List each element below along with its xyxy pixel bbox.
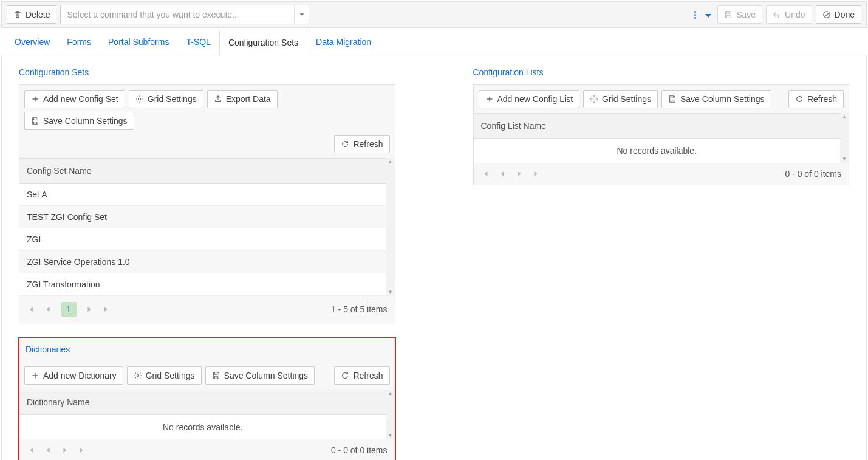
pager-first-icon[interactable] — [481, 170, 490, 178]
config-sets-pager: 1 1 - 5 of 5 items — [19, 296, 395, 323]
pager-page[interactable]: 1 — [61, 302, 77, 317]
pager-next-icon[interactable] — [61, 446, 69, 455]
tab-overview[interactable]: Overview — [6, 30, 58, 55]
tab-data-migration[interactable]: Data Migration — [307, 30, 380, 55]
right-column: Configuration Lists Add new Config List … — [459, 55, 864, 460]
pager-prev-icon[interactable] — [44, 446, 52, 455]
column-header[interactable]: Dictionary Name — [19, 390, 386, 414]
refresh-button[interactable]: Refresh — [334, 135, 389, 153]
pager-first-icon[interactable] — [27, 446, 35, 455]
scrollbar[interactable]: ▲▼ — [386, 390, 395, 439]
tab-tsql[interactable]: T-SQL — [177, 30, 219, 55]
grid-settings-button[interactable]: Grid Settings — [583, 90, 658, 108]
dictionaries-grid-header: Dictionary Name — [19, 390, 386, 415]
refresh-button[interactable]: Refresh — [788, 90, 844, 108]
add-dictionary-button[interactable]: Add new Dictionary — [24, 366, 123, 385]
save-icon — [212, 371, 220, 380]
dictionaries-title: Dictionaries — [19, 345, 395, 354]
tab-portal-subforms[interactable]: Portal Subforms — [100, 30, 177, 55]
dictionaries-panel: Dictionaries Add new Dictionary Grid Set… — [19, 338, 395, 460]
svg-point-2 — [137, 374, 139, 377]
config-sets-toolbar: Add new Config Set Grid Settings Export … — [19, 85, 395, 135]
left-column: Configuration Sets Add new Config Set Gr… — [4, 55, 410, 460]
config-lists-panel: Add new Config List Grid Settings Save C… — [473, 84, 850, 185]
save-column-settings-button[interactable]: Save Column Settings — [24, 112, 134, 130]
config-lists-pager: 0 - 0 of 0 items — [474, 163, 849, 185]
table-row[interactable]: Set A — [19, 184, 386, 206]
trash-icon — [13, 10, 22, 19]
delete-label: Delete — [26, 10, 50, 19]
config-sets-toolbar-2: Refresh — [19, 135, 395, 158]
gear-icon — [135, 95, 144, 103]
svg-point-0 — [823, 12, 830, 18]
content-area: Configuration Sets Add new Config Set Gr… — [1, 55, 867, 460]
svg-point-1 — [138, 98, 141, 100]
refresh-button[interactable]: Refresh — [334, 366, 389, 385]
pager-prev-icon[interactable] — [498, 170, 507, 178]
command-combo[interactable] — [60, 5, 309, 24]
save-icon — [668, 95, 677, 103]
check-circle-icon — [822, 10, 831, 19]
column-header[interactable]: Config List Name — [474, 114, 841, 138]
export-data-button[interactable]: Export Data — [207, 90, 278, 108]
save-column-settings-button[interactable]: Save Column Settings — [661, 90, 771, 108]
refresh-icon — [341, 140, 349, 148]
undo-label: Undo — [785, 10, 805, 19]
save-icon — [724, 10, 733, 19]
gear-icon — [590, 95, 598, 103]
more-menu-icon[interactable] — [691, 10, 699, 19]
gear-icon — [134, 371, 142, 380]
config-lists-toolbar: Add new Config List Grid Settings Save C… — [474, 85, 849, 113]
delete-button[interactable]: Delete — [7, 5, 56, 24]
column-header[interactable]: Config Set Name — [19, 159, 386, 183]
save-icon — [31, 117, 39, 125]
config-lists-grid-header: Config List Name — [474, 113, 841, 139]
scrollbar[interactable]: ▲▼ — [840, 113, 849, 163]
pager-prev-icon[interactable] — [44, 305, 52, 314]
pager-last-icon[interactable] — [78, 446, 86, 455]
done-button[interactable]: Done — [816, 5, 861, 24]
grid-settings-button[interactable]: Grid Settings — [129, 90, 203, 108]
table-row[interactable]: ZGI Service Operations 1.0 — [19, 251, 386, 273]
pager-info: 1 - 5 of 5 items — [331, 304, 388, 314]
config-sets-panel: Add new Config Set Grid Settings Export … — [19, 84, 395, 323]
refresh-icon — [341, 371, 349, 380]
pager-first-icon[interactable] — [27, 305, 35, 314]
dictionaries-empty: No records available. — [19, 415, 386, 439]
table-row[interactable]: ZGI Transformation — [19, 273, 386, 296]
scrollbar[interactable]: ▲▼ — [386, 158, 395, 296]
dictionaries-pager: 0 - 0 of 0 items — [19, 439, 395, 460]
save-button[interactable]: Save — [717, 5, 762, 24]
grid-settings-button[interactable]: Grid Settings — [127, 366, 202, 385]
config-lists-title: Configuration Lists — [473, 67, 850, 77]
dictionaries-toolbar: Add new Dictionary Grid Settings Save Co… — [19, 362, 395, 390]
pager-last-icon[interactable] — [532, 170, 541, 178]
caret-down-icon[interactable] — [294, 5, 309, 24]
dropdown-icon[interactable] — [703, 10, 714, 19]
command-input[interactable] — [61, 6, 294, 23]
config-sets-title: Configuration Sets — [19, 67, 395, 77]
tab-strip: Overview Forms Portal Subforms T-SQL Con… — [0, 29, 868, 55]
pager-info: 0 - 0 of 0 items — [331, 445, 388, 455]
plus-icon — [31, 95, 39, 103]
svg-point-3 — [593, 98, 595, 100]
config-sets-grid-header: Config Set Name — [19, 158, 386, 184]
export-icon — [214, 95, 222, 103]
pager-next-icon[interactable] — [85, 305, 94, 314]
pager-info: 0 - 0 of 0 items — [785, 169, 841, 179]
tab-configuration-sets[interactable]: Configuration Sets — [219, 30, 307, 55]
config-lists-empty: No records available. — [474, 139, 841, 163]
pager-next-icon[interactable] — [515, 170, 524, 178]
table-row[interactable]: ZGI — [19, 228, 386, 251]
save-column-settings-button[interactable]: Save Column Settings — [205, 366, 315, 385]
add-config-set-button[interactable]: Add new Config Set — [24, 90, 125, 108]
plus-icon — [485, 95, 494, 103]
tab-forms[interactable]: Forms — [58, 30, 100, 55]
save-label: Save — [736, 10, 756, 19]
table-row[interactable]: TEST ZGI Config Set — [19, 206, 386, 228]
config-sets-grid-body: Set A TEST ZGI Config Set ZGI ZGI Servic… — [19, 184, 386, 296]
undo-button[interactable]: Undo — [766, 5, 812, 24]
add-config-list-button[interactable]: Add new Config List — [479, 90, 580, 108]
pager-last-icon[interactable] — [102, 305, 111, 314]
done-label: Done — [835, 10, 855, 19]
